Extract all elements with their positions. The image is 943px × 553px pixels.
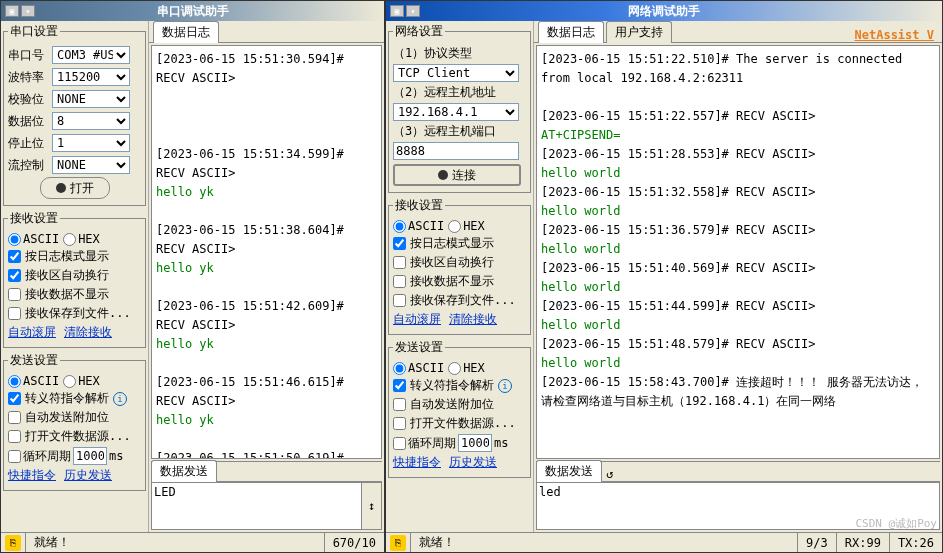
open-src-check[interactable] (8, 430, 21, 443)
auto-append-check[interactable] (393, 398, 406, 411)
quick-cmd-link[interactable]: 快捷指令 (8, 467, 56, 484)
titlebar-left[interactable]: ▣ ▾ 串口调试助手 (1, 1, 384, 21)
auto-scroll-link[interactable]: 自动滚屏 (393, 311, 441, 328)
titlebar-right[interactable]: ▣ ▾ 网络调试助手 (386, 1, 942, 21)
send-tab[interactable]: 数据发送 (536, 460, 602, 482)
save-file-check[interactable] (393, 294, 406, 307)
quick-cmd-link[interactable]: 快捷指令 (393, 454, 441, 471)
netassist-link[interactable]: NetAssist V (855, 28, 938, 42)
status-dot-icon (56, 183, 66, 193)
history-link[interactable]: 历史发送 (64, 467, 112, 484)
ascii-radio[interactable]: ASCII (8, 232, 59, 246)
log-area-right[interactable]: [2023-06-15 15:51:22.510]# The server is… (536, 45, 940, 459)
serial-debug-app: ▣ ▾ 串口调试助手 串口设置 串口号COM3 #USI 波特率115200 校… (0, 0, 385, 553)
cycle-check[interactable] (8, 450, 21, 463)
cycle-check[interactable] (393, 437, 406, 450)
cycle-input[interactable] (73, 447, 107, 465)
send-legend: 发送设置 (8, 352, 60, 369)
status-counter: 670/10 (324, 533, 384, 552)
status-tx: TX:26 (889, 533, 942, 552)
send-expand-icon[interactable]: ↕ (362, 482, 382, 530)
cycle-input[interactable] (458, 434, 492, 452)
clear-recv-link[interactable]: 清除接收 (64, 324, 112, 341)
hex-radio[interactable]: HEX (448, 219, 485, 233)
port-label: （3）远程主机端口 (393, 123, 526, 140)
recv-legend: 接收设置 (393, 197, 445, 214)
open-src-check[interactable] (393, 417, 406, 430)
send-ascii-radio[interactable]: ASCII (393, 361, 444, 375)
flow-label: 流控制 (8, 157, 48, 174)
proto-select[interactable]: TCP Client (393, 64, 519, 82)
open-button[interactable]: 打开 (40, 177, 110, 199)
save-file-check[interactable] (8, 307, 21, 320)
send-textarea[interactable]: LED (151, 482, 362, 530)
stop-label: 停止位 (8, 135, 48, 152)
help-icon[interactable]: i (113, 392, 127, 406)
status-dot-icon (438, 170, 448, 180)
parity-select[interactable]: NONE (52, 90, 130, 108)
hide-recv-check[interactable] (8, 288, 21, 301)
serial-legend: 串口设置 (8, 23, 60, 40)
statusbar-right: ⎘ 就绪！ 9/3 RX:99 TX:26 CSDN @诚如Poy (386, 532, 942, 552)
flow-select[interactable]: NONE (52, 156, 130, 174)
status-counter: 9/3 (797, 533, 836, 552)
baud-select[interactable]: 115200 (52, 68, 130, 86)
alert-icon[interactable]: ⎘ (5, 535, 21, 551)
port-label: 串口号 (8, 47, 48, 64)
send-ascii-radio[interactable]: ASCII (8, 374, 59, 388)
escape-check[interactable] (8, 392, 21, 405)
auto-wrap-check[interactable] (393, 256, 406, 269)
log-mode-check[interactable] (393, 237, 406, 250)
help-icon[interactable]: i (498, 379, 512, 393)
chevron-down-icon[interactable]: ▾ (406, 5, 420, 17)
send-settings: 发送设置 ASCII HEX 转义符指令解析i 自动发送附加位 打开文件数据源.… (3, 352, 146, 491)
host-select[interactable]: 192.168.4.1 (393, 103, 519, 121)
clear-send-icon[interactable]: ↺ (602, 467, 617, 481)
send-hex-radio[interactable]: HEX (448, 361, 485, 375)
ascii-radio[interactable]: ASCII (393, 219, 444, 233)
log-mode-check[interactable] (8, 250, 21, 263)
left-sidebar: 串口设置 串口号COM3 #USI 波特率115200 校验位NONE 数据位8… (1, 21, 148, 532)
net-legend: 网络设置 (393, 23, 445, 40)
recv-legend: 接收设置 (8, 210, 60, 227)
log-tab[interactable]: 数据日志 (538, 21, 604, 43)
port-select[interactable]: COM3 #USI (52, 46, 130, 64)
network-debug-app: ▣ ▾ 网络调试助手 网络设置 （1）协议类型 TCP Client （2）远程… (385, 0, 943, 553)
send-tab[interactable]: 数据发送 (151, 460, 217, 482)
auto-append-check[interactable] (8, 411, 21, 424)
hide-recv-check[interactable] (393, 275, 406, 288)
history-link[interactable]: 历史发送 (449, 454, 497, 471)
auto-wrap-check[interactable] (8, 269, 21, 282)
sys-icon[interactable]: ▣ (5, 5, 19, 17)
host-label: （2）远程主机地址 (393, 84, 526, 101)
alert-icon[interactable]: ⎘ (390, 535, 406, 551)
send-legend: 发送设置 (393, 339, 445, 356)
escape-check[interactable] (393, 379, 406, 392)
app-title: 串口调试助手 (157, 3, 229, 20)
sys-icon[interactable]: ▣ (390, 5, 404, 17)
status-ready: 就绪！ (25, 533, 78, 552)
hex-radio[interactable]: HEX (63, 232, 100, 246)
send-hex-radio[interactable]: HEX (63, 374, 100, 388)
parity-label: 校验位 (8, 91, 48, 108)
watermark: CSDN @诚如Poy (855, 516, 937, 531)
auto-scroll-link[interactable]: 自动滚屏 (8, 324, 56, 341)
recv-settings: 接收设置 ASCII HEX 按日志模式显示 接收区自动换行 接收数据不显示 接… (388, 197, 531, 335)
chevron-down-icon[interactable]: ▾ (21, 5, 35, 17)
log-area-left[interactable]: [2023-06-15 15:51:30.594]# RECV ASCII> [… (151, 45, 382, 459)
support-tab[interactable]: 用户支持 (606, 21, 672, 43)
stop-select[interactable]: 1 (52, 134, 130, 152)
send-settings: 发送设置 ASCII HEX 转义符指令解析i 自动发送附加位 打开文件数据源.… (388, 339, 531, 478)
port-input[interactable] (393, 142, 519, 160)
data-select[interactable]: 8 (52, 112, 130, 130)
log-tab[interactable]: 数据日志 (153, 21, 219, 43)
status-ready: 就绪！ (410, 533, 463, 552)
recv-settings: 接收设置 ASCII HEX 按日志模式显示 接收区自动换行 接收数据不显示 接… (3, 210, 146, 348)
status-rx: RX:99 (836, 533, 889, 552)
serial-settings: 串口设置 串口号COM3 #USI 波特率115200 校验位NONE 数据位8… (3, 23, 146, 206)
network-settings: 网络设置 （1）协议类型 TCP Client （2）远程主机地址 192.16… (388, 23, 531, 193)
baud-label: 波特率 (8, 69, 48, 86)
clear-recv-link[interactable]: 清除接收 (449, 311, 497, 328)
connect-button[interactable]: 连接 (393, 164, 521, 186)
right-sidebar: 网络设置 （1）协议类型 TCP Client （2）远程主机地址 192.16… (386, 21, 533, 532)
